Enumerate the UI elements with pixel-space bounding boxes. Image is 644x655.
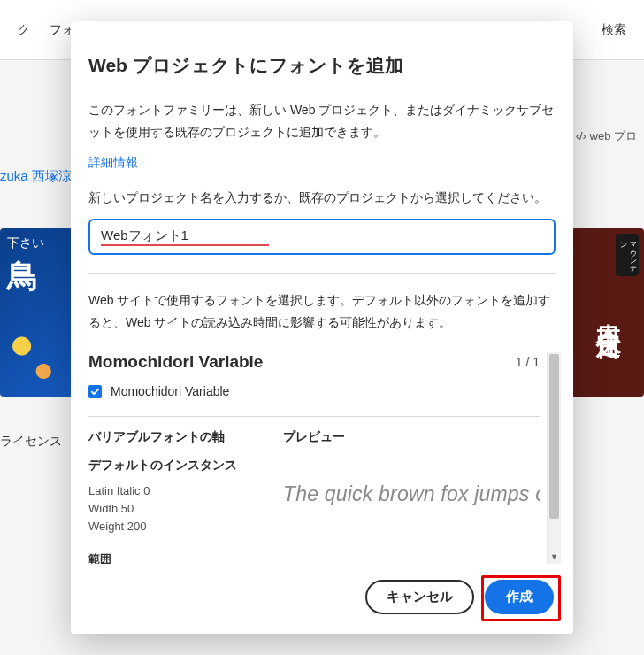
font-preview-text: The quick brown fox jumps over the <box>283 482 540 506</box>
scroll-down-arrow[interactable]: ▼ <box>548 550 561 564</box>
variable-axis-title: バリアブルフォントの軸 <box>88 429 248 445</box>
more-info-link[interactable]: 詳細情報 <box>88 155 561 171</box>
default-instance-title: デフォルトのインスタンス <box>88 458 248 474</box>
preview-title: プレビュー <box>283 429 540 445</box>
project-name-instruction: 新しいプロジェクト名を入力するか、既存のプロジェクトから選択してください。 <box>88 190 561 206</box>
font-list-scroll-area: Momochidori Variable 1 / 1 Momochidori V… <box>88 352 561 564</box>
scrollbar[interactable]: ▼ <box>547 352 561 564</box>
axis-value: Weight 200 <box>88 518 248 536</box>
dialog-footer: キャンセル 作成 <box>71 564 573 614</box>
font-counter: 1 / 1 <box>516 355 540 369</box>
add-font-to-web-project-dialog: Web プロジェクトにフォントを追加 このフォントファミリーは、新しい Web … <box>71 21 573 634</box>
font-checkbox[interactable] <box>88 385 102 398</box>
scrollbar-thumb[interactable] <box>549 354 559 519</box>
font-selection-description: Web サイトで使用するフォントを選択します。デフォルト以外のフォントを追加する… <box>88 289 561 333</box>
divider <box>88 273 556 274</box>
project-name-input[interactable] <box>101 228 269 243</box>
dialog-description: このフォントファミリーは、新しい Web プロジェクト、またはダイナミックサブセ… <box>88 99 561 143</box>
create-button[interactable]: 作成 <box>485 580 554 614</box>
range-label-truncated: 範囲 <box>88 551 248 564</box>
axis-value: Width 50 <box>88 500 248 518</box>
cancel-button[interactable]: キャンセル <box>365 580 474 614</box>
divider <box>88 416 540 417</box>
check-icon <box>90 387 100 397</box>
dialog-title: Web プロジェクトにフォントを追加 <box>88 53 561 78</box>
font-checkbox-label: Momochidori Variable <box>111 384 229 398</box>
font-family-heading: Momochidori Variable <box>88 352 263 372</box>
project-name-input-wrapper[interactable] <box>88 219 556 255</box>
axis-value: Latin Italic 0 <box>88 482 248 500</box>
